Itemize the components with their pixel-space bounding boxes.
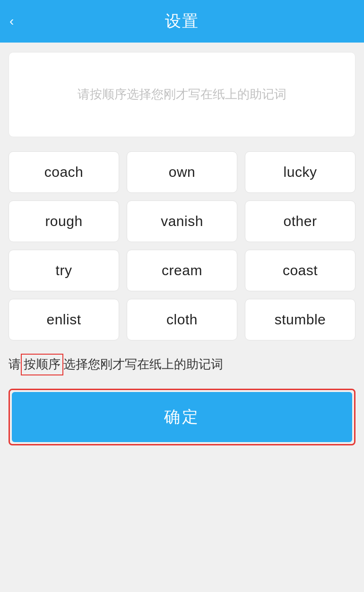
header: ‹ 设置 [0,0,364,43]
instruction-suffix: 选择您刚才写在纸上的助记词 [63,355,223,374]
word-button[interactable]: try [9,250,119,291]
confirm-button-wrapper: 确定 [9,389,355,445]
instruction-text: 请按顺序选择您刚才写在纸上的助记词 [9,354,355,375]
word-button[interactable]: coast [245,250,355,291]
page-title: 设置 [165,10,199,32]
word-button[interactable]: stumble [245,299,355,340]
word-grid: coachownluckyroughvanishothertrycreamcoa… [9,151,355,340]
instruction-prefix: 请 [9,355,21,374]
word-button[interactable]: cloth [127,299,237,340]
word-button[interactable]: other [245,200,355,242]
word-button[interactable]: rough [9,200,119,242]
word-button[interactable]: coach [9,151,119,193]
mnemonic-display-box: 请按顺序选择您刚才写在纸上的助记词 [9,52,355,137]
word-button[interactable]: own [127,151,237,193]
word-button[interactable]: vanish [127,200,237,242]
back-button[interactable]: ‹ [9,15,14,28]
mnemonic-placeholder-text: 请按顺序选择您刚才写在纸上的助记词 [78,85,286,104]
main-content: 请按顺序选择您刚才写在纸上的助记词 coachownluckyroughvani… [0,43,364,592]
confirm-button[interactable]: 确定 [12,392,352,442]
word-button[interactable]: enlist [9,299,119,340]
word-button[interactable]: cream [127,250,237,291]
word-button[interactable]: lucky [245,151,355,193]
instruction-highlight: 按顺序 [21,354,63,375]
